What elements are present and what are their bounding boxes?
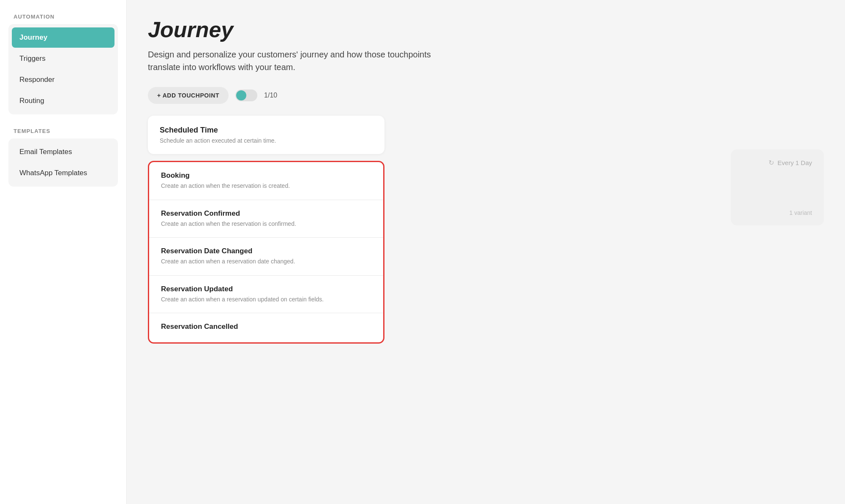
variant-row: 1 variant [789,209,812,216]
reservation-cancelled-title: Reservation Cancelled [161,322,371,331]
sidebar-item-email-templates[interactable]: Email Templates [12,142,114,162]
sidebar-item-routing[interactable]: Routing [12,91,114,111]
reservation-date-changed-description: Create an action when a reservation date… [161,257,371,266]
right-column: ↻ Every 1 Day 1 variant [731,116,824,225]
scheduled-card-description: Schedule an action executed at certain t… [160,137,373,144]
reservation-confirmed-description: Create an action when the reservation is… [161,220,371,228]
booking-description: Create an action when the reservation is… [161,182,371,190]
dropdown-item-reservation-confirmed[interactable]: Reservation Confirmed Create an action w… [149,200,383,238]
dropdown-item-reservation-updated[interactable]: Reservation Updated Create an action whe… [149,276,383,314]
main-content: Journey Design and personalize your cust… [127,0,845,504]
right-info-card: ↻ Every 1 Day 1 variant [731,149,824,225]
dropdown-item-reservation-date-changed[interactable]: Reservation Date Changed Create an actio… [149,238,383,276]
dropdown-item-reservation-cancelled[interactable]: Reservation Cancelled [149,313,383,342]
refresh-row: ↻ Every 1 Day [769,159,812,167]
reservation-confirmed-title: Reservation Confirmed [161,209,371,218]
toggle-switch[interactable] [235,89,257,101]
toolbar: + ADD TOUCHPOINT 1/10 [148,87,824,104]
page-title: Journey [148,17,824,42]
variant-label: 1 variant [789,209,812,216]
sidebar-item-journey[interactable]: Journey [12,27,114,48]
refresh-icon: ↻ [769,159,774,167]
counter-label: 1/10 [264,92,277,99]
trigger-dropdown-panel: Booking Create an action when the reserv… [148,161,384,344]
automation-section-label: AUTOMATION [8,14,118,20]
left-column: Scheduled Time Schedule an action execut… [148,116,721,344]
content-row: Scheduled Time Schedule an action execut… [148,116,824,344]
reservation-updated-title: Reservation Updated [161,285,371,293]
templates-section-label: TEMPLATES [8,128,118,134]
add-touchpoint-button[interactable]: + ADD TOUCHPOINT [148,87,229,104]
scheduled-card-title: Scheduled Time [160,126,373,135]
scheduled-time-card[interactable]: Scheduled Time Schedule an action execut… [148,116,384,154]
sidebar-item-whatsapp-templates[interactable]: WhatsApp Templates [12,163,114,183]
automation-group: Journey Triggers Responder Routing [8,24,118,114]
booking-title: Booking [161,171,371,180]
reservation-date-changed-title: Reservation Date Changed [161,247,371,255]
reservation-updated-description: Create an action when a reservation upda… [161,295,371,304]
dropdown-item-booking[interactable]: Booking Create an action when the reserv… [149,162,383,200]
toggle-thumb [236,90,246,100]
sidebar: AUTOMATION Journey Triggers Responder Ro… [0,0,127,504]
sidebar-item-triggers[interactable]: Triggers [12,49,114,69]
sidebar-item-responder[interactable]: Responder [12,70,114,90]
templates-group: Email Templates WhatsApp Templates [8,138,118,187]
page-description: Design and personalize your customers' j… [148,48,444,73]
refresh-label: Every 1 Day [777,159,812,166]
toggle-container [235,89,257,101]
